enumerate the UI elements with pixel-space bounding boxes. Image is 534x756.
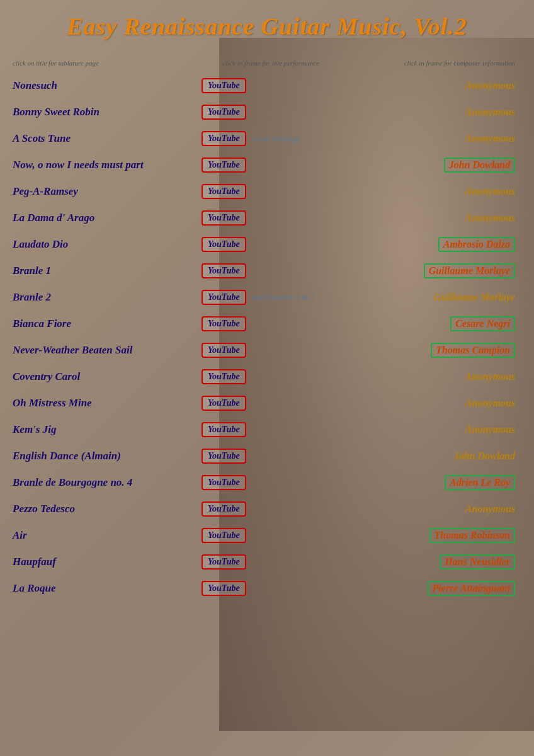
track-note-3: (Lute tunning) — [253, 134, 300, 144]
youtube-button-10[interactable]: YouTube — [202, 316, 246, 331]
youtube-button-13[interactable]: YouTube — [202, 396, 246, 411]
track-youtube-area-7: YouTube — [202, 237, 340, 252]
track-note-9: both branles 1 & 2 — [253, 292, 314, 302]
track-title-12[interactable]: Coventry Carol — [13, 370, 202, 383]
track-youtube-area-2: YouTube — [202, 105, 340, 120]
track-row: NonesuchYouTubeAnonymous — [13, 74, 521, 97]
youtube-button-8[interactable]: YouTube — [202, 263, 246, 278]
youtube-button-9[interactable]: YouTube — [202, 290, 246, 305]
youtube-button-2[interactable]: YouTube — [202, 105, 246, 120]
track-youtube-area-6: YouTube — [202, 210, 340, 226]
track-youtube-area-17: YouTube — [202, 501, 340, 517]
track-composer-6: Anonymous — [340, 212, 521, 224]
track-composer-12: Anonymous — [340, 371, 521, 382]
track-title-10[interactable]: Bianca Fiore — [13, 318, 202, 330]
track-youtube-area-4: YouTube — [202, 158, 340, 173]
track-youtube-area-20: YouTube — [202, 581, 340, 596]
track-title-9[interactable]: Branle 2 — [13, 291, 202, 304]
track-title-15[interactable]: English Dance (Almain) — [13, 450, 202, 462]
youtube-button-15[interactable]: YouTube — [202, 449, 246, 464]
youtube-button-3[interactable]: YouTube — [202, 131, 246, 146]
track-row: English Dance (Almain)YouTubeJohn Dowlan… — [13, 445, 521, 467]
youtube-button-7[interactable]: YouTube — [202, 237, 246, 252]
track-composer-17: Anonymous — [340, 503, 521, 515]
track-youtube-area-1: YouTube — [202, 78, 340, 93]
track-youtube-area-5: YouTube — [202, 184, 340, 199]
track-title-3[interactable]: A Scots Tune — [13, 132, 202, 145]
track-title-6[interactable]: La Dama d' Arago — [13, 212, 202, 224]
track-title-20[interactable]: La Roque — [13, 582, 202, 595]
track-title-13[interactable]: Oh Mistress Mine — [13, 397, 202, 410]
youtube-button-11[interactable]: YouTube — [202, 343, 246, 358]
track-title-11[interactable]: Never-Weather Beaten Sail — [13, 344, 202, 357]
youtube-button-20[interactable]: YouTube — [202, 581, 246, 596]
track-title-8[interactable]: Branle 1 — [13, 265, 202, 277]
track-composer-2: Anonymous — [340, 106, 521, 118]
track-row: Never-Weather Beaten SailYouTubeThomas C… — [13, 339, 521, 362]
track-row: HaupfaufYouTubeHans Neusidler — [13, 551, 521, 573]
youtube-button-16[interactable]: YouTube — [202, 475, 246, 490]
track-row: AirYouTubeThomas Robinson — [13, 524, 521, 547]
track-composer-3: Anonymous — [340, 133, 521, 144]
track-youtube-area-16: YouTube — [202, 475, 340, 490]
track-title-7[interactable]: Laudato Dio — [13, 238, 202, 251]
col-header-youtube: click in frame for live performance — [202, 59, 340, 67]
youtube-button-5[interactable]: YouTube — [202, 184, 246, 199]
track-title-19[interactable]: Haupfauf — [13, 556, 202, 568]
youtube-button-4[interactable]: YouTube — [202, 158, 246, 173]
track-title-14[interactable]: Kem's Jig — [13, 423, 202, 436]
youtube-button-18[interactable]: YouTube — [202, 528, 246, 543]
track-row: Branle 2YouTubeboth branles 1 & 2Guillau… — [13, 286, 521, 309]
track-title-4[interactable]: Now, o now I needs must part — [13, 159, 202, 171]
track-row: Branle de Bourgogne no. 4YouTubeAdrien L… — [13, 471, 521, 494]
track-row: Laudato DioYouTubeAmbrosio Dalza — [13, 233, 521, 256]
track-row: Now, o now I needs must partYouTubeJohn … — [13, 154, 521, 176]
track-composer-15: John Dowland — [340, 450, 521, 462]
track-composer-4[interactable]: John Dowland — [340, 158, 521, 173]
track-title-5[interactable]: Peg-A-Ramsey — [13, 185, 202, 198]
track-composer-9: Guillaume Morlaye — [340, 292, 521, 303]
track-title-18[interactable]: Air — [13, 529, 202, 542]
youtube-button-6[interactable]: YouTube — [202, 210, 246, 226]
track-youtube-area-10: YouTube — [202, 316, 340, 331]
track-row: Coventry CarolYouTubeAnonymous — [13, 365, 521, 388]
track-youtube-area-19: YouTube — [202, 554, 340, 570]
track-composer-19[interactable]: Hans Neusidler — [340, 554, 521, 570]
track-title-16[interactable]: Branle de Bourgogne no. 4 — [13, 476, 202, 489]
track-composer-16[interactable]: Adrien Le Roy — [340, 475, 521, 490]
track-composer-13: Anonymous — [340, 398, 521, 409]
track-composer-20[interactable]: Pierre Attaingnant — [340, 581, 521, 596]
youtube-button-19[interactable]: YouTube — [202, 554, 246, 570]
youtube-button-17[interactable]: YouTube — [202, 501, 246, 517]
track-row: A Scots TuneYouTube(Lute tunning)Anonymo… — [13, 127, 521, 150]
track-composer-18[interactable]: Thomas Robinson — [340, 528, 521, 543]
page-title: Easy Renaissance Guitar Music, Vol.2 — [13, 13, 521, 40]
track-youtube-area-9: YouTubeboth branles 1 & 2 — [202, 290, 340, 305]
track-row: Kem's JigYouTubeAnonymous — [13, 418, 521, 441]
track-composer-11[interactable]: Thomas Campion — [340, 343, 521, 358]
youtube-button-1[interactable]: YouTube — [202, 78, 246, 93]
track-youtube-area-3: YouTube(Lute tunning) — [202, 131, 340, 146]
track-youtube-area-14: YouTube — [202, 422, 340, 437]
col-header-composer: click in frame for composer information — [340, 59, 521, 67]
track-row: Oh Mistress MineYouTubeAnonymous — [13, 392, 521, 415]
track-title-1[interactable]: Nonesuch — [13, 79, 202, 92]
track-youtube-area-18: YouTube — [202, 528, 340, 543]
track-composer-8[interactable]: Guillaume Morlaye — [340, 263, 521, 278]
track-title-2[interactable]: Bonny Sweet Robin — [13, 106, 202, 118]
track-composer-1: Anonymous — [340, 80, 521, 91]
track-youtube-area-12: YouTube — [202, 369, 340, 384]
col-header-title: click on title for tablature page — [13, 59, 202, 67]
youtube-button-12[interactable]: YouTube — [202, 369, 246, 384]
track-row: Bianca FioreYouTubeCesare Negri — [13, 312, 521, 335]
track-youtube-area-11: YouTube — [202, 343, 340, 358]
track-youtube-area-13: YouTube — [202, 396, 340, 411]
track-row: Bonny Sweet RobinYouTubeAnonymous — [13, 101, 521, 123]
track-composer-14: Anonymous — [340, 424, 521, 435]
track-composer-10[interactable]: Cesare Negri — [340, 316, 521, 331]
track-row: Branle 1YouTubeGuillaume Morlaye — [13, 260, 521, 282]
track-composer-7[interactable]: Ambrosio Dalza — [340, 237, 521, 252]
track-title-17[interactable]: Pezzo Tedesco — [13, 503, 202, 515]
track-row: La Dama d' AragoYouTubeAnonymous — [13, 207, 521, 229]
youtube-button-14[interactable]: YouTube — [202, 422, 246, 437]
